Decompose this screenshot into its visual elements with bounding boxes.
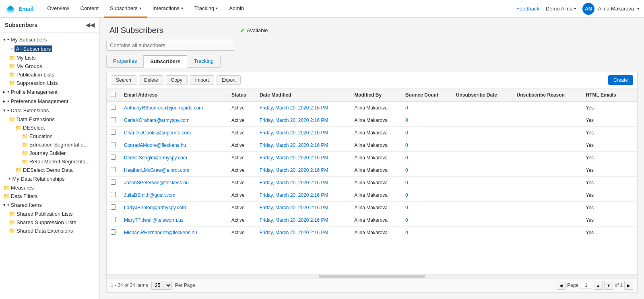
bounce-count-link[interactable]: 0 — [405, 217, 408, 223]
export-button[interactable]: Export — [217, 75, 241, 85]
sidebar-item-education-segmentation[interactable]: 📁 Education Segmentatio... — [0, 140, 99, 149]
bounce-count-link[interactable]: 0 — [405, 155, 408, 161]
row-checkbox-cell[interactable] — [107, 127, 120, 139]
bounce-count-link[interactable]: 0 — [405, 142, 408, 148]
row-bounce-count[interactable]: 0 — [401, 214, 452, 227]
delete-button[interactable]: Delete — [139, 75, 163, 85]
feedback-link[interactable]: Feedback — [516, 6, 539, 12]
row-bounce-count[interactable]: 0 — [401, 227, 452, 239]
sidebar-item-education[interactable]: 📁 Education — [0, 132, 99, 140]
row-email[interactable]: MaryTTidwell@teleworm.us — [120, 214, 227, 227]
sidebar-item-publication-lists[interactable]: 📁 Publication Lists — [0, 70, 99, 79]
first-page-button[interactable]: ◀ — [557, 281, 566, 290]
row-email[interactable]: CharlesJCooks@superrito.com — [120, 127, 227, 139]
sidebar-item-preference-management[interactable]: ▸ • Preference Management — [0, 97, 99, 106]
row-checkbox[interactable] — [111, 204, 116, 210]
row-checkbox-cell[interactable] — [107, 177, 120, 189]
email-link[interactable]: CarlaKGraham@armyspy.com — [124, 118, 190, 123]
tab-tracking[interactable]: Tracking — [187, 55, 220, 68]
row-checkbox[interactable] — [111, 192, 116, 197]
row-checkbox-cell[interactable] — [107, 189, 120, 202]
tab-subscribers[interactable]: Subscribers — [143, 55, 187, 68]
page-down-button[interactable]: ▼ — [604, 281, 613, 290]
row-checkbox[interactable] — [111, 155, 116, 160]
nav-item-content[interactable]: Content — [75, 0, 105, 18]
copy-button[interactable]: Copy — [166, 75, 188, 85]
scrollbar-thumb[interactable] — [319, 275, 425, 278]
sidebar-item-my-lists[interactable]: 📁 My Lists — [0, 54, 99, 62]
horizontal-scrollbar[interactable] — [107, 274, 637, 278]
sidebar-item-shared-items[interactable]: ▾ • Shared Items — [0, 200, 99, 210]
sidebar-item-my-data-relationships[interactable]: • My Data Relationships — [0, 174, 99, 184]
sidebar-item-deselect-demo-data[interactable]: 📁 DESelect Demo Data — [0, 166, 99, 174]
last-page-button[interactable]: ▶ — [624, 281, 633, 290]
sidebar-item-data-extensions-folder[interactable]: 📁 Data Extensions — [0, 115, 99, 124]
email-link[interactable]: CharlesJCooks@superrito.com — [124, 130, 191, 136]
row-bounce-count[interactable]: 0 — [401, 189, 452, 202]
row-bounce-count[interactable]: 0 — [401, 152, 452, 164]
row-checkbox-cell[interactable] — [107, 202, 120, 214]
row-checkbox-cell[interactable] — [107, 102, 120, 114]
row-checkbox[interactable] — [111, 117, 116, 122]
row-email[interactable]: HeatherLMcGraw@einrot.com — [120, 164, 227, 177]
row-checkbox-cell[interactable] — [107, 164, 120, 177]
row-checkbox[interactable] — [111, 229, 116, 235]
bounce-count-link[interactable]: 0 — [405, 118, 408, 123]
sidebar-item-my-groups[interactable]: 📁 My Groups — [0, 62, 99, 70]
row-email[interactable]: AnthonyRBoudreau@jourrapide.com — [120, 102, 227, 114]
row-email[interactable]: JasonSPeterson@fleckens.hu — [120, 177, 227, 189]
nav-item-tracking[interactable]: Tracking ▾ — [189, 0, 223, 18]
row-email[interactable]: CarlaKGraham@armyspy.com — [120, 114, 227, 127]
row-checkbox[interactable] — [111, 179, 116, 185]
email-link[interactable]: JasonSPeterson@fleckens.hu — [124, 180, 189, 186]
email-link[interactable]: ConradAMoore@fleckens.hu — [124, 142, 186, 148]
bounce-count-link[interactable]: 0 — [405, 105, 408, 111]
email-link[interactable]: DorisCSeagle@armyspy.com — [124, 155, 187, 161]
sidebar-item-data-extensions[interactable]: ▾ • Data Extensions — [0, 106, 99, 115]
per-page-select[interactable]: 25 50 100 — [151, 281, 172, 290]
sidebar-item-profile-management[interactable]: ▸ • Profile Management — [0, 87, 99, 97]
row-checkbox[interactable] — [111, 130, 116, 135]
sidebar-item-measures[interactable]: 📁 Measures — [0, 184, 99, 192]
page-title-input[interactable] — [106, 24, 235, 37]
row-checkbox[interactable] — [111, 142, 116, 147]
nav-item-overview[interactable]: Overview — [41, 0, 74, 18]
row-checkbox[interactable] — [111, 167, 116, 172]
nav-item-admin[interactable]: Admin — [223, 0, 250, 18]
row-checkbox[interactable] — [111, 217, 116, 222]
nav-item-interactions[interactable]: Interactions ▾ — [147, 0, 189, 18]
row-bounce-count[interactable]: 0 — [401, 127, 452, 139]
tab-properties[interactable]: Properties — [106, 55, 144, 68]
row-checkbox-cell[interactable] — [107, 114, 120, 127]
bounce-count-link[interactable]: 0 — [405, 130, 408, 136]
sidebar-item-retail-market-segments[interactable]: 📁 Retail Market Segmenta... — [0, 157, 99, 166]
select-all-checkbox-cell[interactable] — [107, 89, 120, 102]
row-bounce-count[interactable]: 0 — [401, 164, 452, 177]
search-input[interactable] — [106, 40, 235, 51]
sidebar-item-suppression-lists[interactable]: 📁 Suppression Lists — [0, 79, 99, 87]
nav-item-subscribers[interactable]: Subscribers ▾ — [104, 0, 147, 18]
create-button[interactable]: Create — [608, 75, 633, 85]
row-checkbox-cell[interactable] — [107, 139, 120, 152]
email-link[interactable]: MaryTTidwell@teleworm.us — [124, 217, 184, 223]
sidebar-item-all-subscribers[interactable]: • All Subscribers — [0, 44, 99, 54]
email-link[interactable]: AnthonyRBoudreau@jourrapide.com — [124, 105, 203, 111]
row-email[interactable]: LarryJBenton@armyspy.com — [120, 202, 227, 214]
bounce-count-link[interactable]: 0 — [405, 167, 408, 173]
sidebar-collapse-button[interactable]: ◀◀ — [86, 22, 95, 28]
sidebar-item-shared-data-extensions[interactable]: 📁 Shared Data Extensions — [0, 227, 99, 235]
row-bounce-count[interactable]: 0 — [401, 102, 452, 114]
bounce-count-link[interactable]: 0 — [405, 180, 408, 186]
row-email[interactable]: MichaelRHernandez@fleckens.hu — [120, 227, 227, 239]
demo-alina-button[interactable]: Demo Alina ▾ — [546, 6, 576, 12]
email-link[interactable]: MichaelRHernandez@fleckens.hu — [124, 230, 197, 235]
row-bounce-count[interactable]: 0 — [401, 177, 452, 189]
bounce-count-link[interactable]: 0 — [405, 192, 408, 198]
email-link[interactable]: HeatherLMcGraw@einrot.com — [124, 167, 189, 173]
row-bounce-count[interactable]: 0 — [401, 139, 452, 152]
sidebar-item-shared-publication-lists[interactable]: 📁 Shared Publication Lists — [0, 210, 99, 218]
sidebar-item-deselect[interactable]: 📁 DESelect — [0, 124, 99, 132]
sidebar-item-journey-builder[interactable]: 📁 Journey Builder — [0, 149, 99, 157]
user-menu[interactable]: AM Alina Makarova ▾ — [582, 3, 639, 15]
row-checkbox-cell[interactable] — [107, 152, 120, 164]
